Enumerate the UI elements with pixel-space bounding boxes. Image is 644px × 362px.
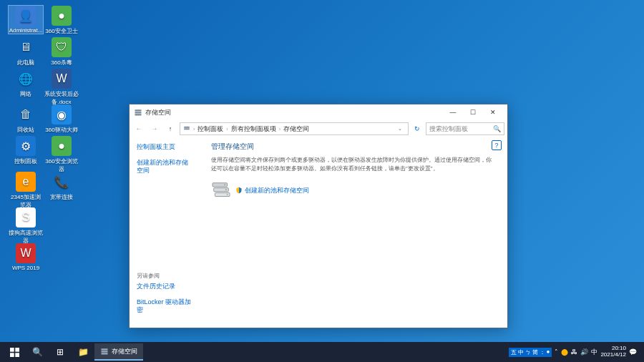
tray-network-icon[interactable]: 🖧 [571,348,577,356]
page-description: 使用存储空间将文件保存到两个或更多驱动器，以便在驱动器发生故障时为你提供保护。通… [211,156,496,173]
svg-rect-14 [15,353,19,357]
desktop-icon[interactable]: 👤Administrat... [9,6,43,34]
drives-icon [211,182,231,199]
refresh-button[interactable]: ↻ [411,125,423,132]
taskbar-task[interactable]: 存储空间 [94,343,143,361]
storage-icon [134,108,142,117]
svg-rect-0 [135,109,142,111]
desktop-icon[interactable]: ●360安全浏览器 [44,136,79,173]
desktop-icon[interactable]: ⚙控制面板 [9,136,43,165]
crumb[interactable]: 存储空间 [283,124,309,134]
minimize-button[interactable]: ― [443,106,463,119]
search-button[interactable]: 🔍 [26,342,49,362]
crumb[interactable]: 控制面板 [197,124,223,134]
clock[interactable]: 20:10 2021/4/12 [600,346,626,358]
sidebar-bitlocker-link[interactable]: BitLocker 驱动器加密 [137,298,192,315]
window-title: 存储空间 [145,108,171,117]
help-button[interactable]: ? [492,140,502,150]
svg-point-9 [225,189,227,190]
svg-rect-1 [135,112,142,113]
tray-security-icon[interactable]: ⬤ [561,348,568,356]
svg-rect-4 [184,128,190,129]
desktop-icon[interactable]: ◉360驱动大师 [44,104,79,134]
desktop-icon[interactable]: WWPS 2019 [9,243,43,271]
back-button[interactable]: ← [132,122,145,135]
storage-icon [183,125,190,132]
desktop-icon[interactable]: 🛡360杀毒 [44,37,79,67]
svg-rect-13 [10,353,14,357]
forward-button: → [148,122,161,135]
sidebar-home-link[interactable]: 控制面板主页 [137,143,192,152]
desktop-icon[interactable]: 🗑回收站 [9,104,43,134]
search-icon: 🔍 [493,125,501,132]
desktop-icon[interactable]: e2345加速浏览器 [9,172,43,209]
svg-rect-11 [10,348,14,352]
close-button[interactable]: ✕ [483,106,503,119]
desktop-icon[interactable]: 📞宽带连接 [44,172,79,201]
svg-rect-16 [102,351,108,352]
storage-icon [100,347,109,356]
ime-indicator[interactable]: 五中ㄅ简：● [509,348,552,357]
task-view-button[interactable]: ⊞ [49,342,72,362]
sidebar-create-link[interactable]: 创建新的池和存储空间 [137,159,192,175]
desktop-icon[interactable]: 🌐网络 [9,69,43,98]
breadcrumb[interactable]: › 控制面板 › 所有控制面板项 › 存储空间 ⌄ [180,122,409,135]
desktop-icon[interactable]: 🖥此电脑 [9,37,43,67]
maximize-button[interactable]: ☐ [463,106,483,119]
see-also-heading: 另请参阅 [137,272,192,280]
titlebar: 存储空间 ― ☐ ✕ [130,104,507,120]
svg-rect-12 [15,348,19,352]
desktop-icon[interactable]: S搜狗高速浏览器 [9,207,43,245]
shield-icon [235,187,243,194]
crumb[interactable]: 所有控制面板项 [231,124,276,134]
page-heading: 管理存储空间 [211,142,496,152]
tray-ime-icon[interactable]: 中 [591,348,597,357]
desktop-icon[interactable]: W系统安装后必备.docx [44,69,79,106]
explorer-button[interactable]: 📁 [72,342,94,362]
svg-rect-3 [184,127,190,128]
tray-volume-icon[interactable]: 🔊 [580,348,588,356]
control-panel-window: 存储空间 ― ☐ ✕ ← → ↑ › 控制面板 › 所有控制面板项 › 存储空间… [129,104,508,328]
search-input[interactable]: 搜索控制面板 🔍 [426,122,504,135]
sidebar-history-link[interactable]: 文件历史记录 [137,283,192,291]
create-pool-link[interactable]: 创建新的池和存储空间 [235,186,309,195]
navbar: ← → ↑ › 控制面板 › 所有控制面板项 › 存储空间 ⌄ ↻ 搜索控制面板… [130,120,507,137]
sidebar: 控制面板主页 创建新的池和存储空间 另请参阅 文件历史记录 BitLocker … [130,137,200,328]
tray-up-icon[interactable]: ˄ [555,348,558,356]
svg-point-8 [224,184,225,185]
svg-rect-17 [102,353,108,354]
svg-rect-15 [102,348,108,350]
start-button[interactable] [3,342,26,362]
main-content: 管理存储空间 使用存储空间将文件保存到两个或更多驱动器，以便在驱动器发生故障时为… [200,137,507,328]
notifications-icon[interactable]: 💬 [629,348,637,356]
system-tray: 五中ㄅ简：● ˄ ⬤ 🖧 🔊 中 20:10 2021/4/12 💬 [509,346,641,358]
svg-rect-2 [135,114,142,115]
taskbar: 🔍 ⊞ 📁 存储空间 五中ㄅ简：● ˄ ⬤ 🖧 🔊 中 20:10 2021/4… [0,342,644,362]
up-button[interactable]: ↑ [164,122,177,135]
svg-point-10 [227,194,228,195]
desktop-icon[interactable]: ●360安全卫士 [44,6,79,35]
